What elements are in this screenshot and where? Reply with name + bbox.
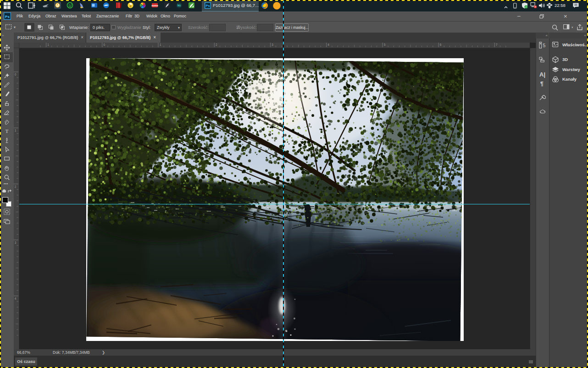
svg-text:meme: meme xyxy=(151,4,158,7)
svg-text:3: 3 xyxy=(272,43,273,46)
svg-text:0: 0 xyxy=(15,73,17,76)
svg-text:5: 5 xyxy=(543,43,545,48)
svg-text:U: U xyxy=(68,3,72,8)
svg-text:3: 3 xyxy=(15,241,17,244)
svg-text:1: 1 xyxy=(15,129,17,132)
svg-text:7: 7 xyxy=(496,43,498,46)
svg-text:Ps: Ps xyxy=(205,4,210,8)
svg-text:5: 5 xyxy=(384,43,386,46)
svg-text:2: 2 xyxy=(216,43,217,46)
svg-text:T: T xyxy=(6,128,9,134)
svg-text:4: 4 xyxy=(15,297,17,300)
svg-text:6: 6 xyxy=(440,43,442,46)
svg-text:2: 2 xyxy=(15,185,17,188)
svg-text:0: 0 xyxy=(104,43,105,46)
svg-text:Ps: Ps xyxy=(5,15,10,19)
svg-text:4: 4 xyxy=(327,43,329,46)
svg-text:ks: ks xyxy=(178,4,181,7)
svg-text:1: 1 xyxy=(160,43,161,46)
svg-text:1: 1 xyxy=(47,43,49,46)
